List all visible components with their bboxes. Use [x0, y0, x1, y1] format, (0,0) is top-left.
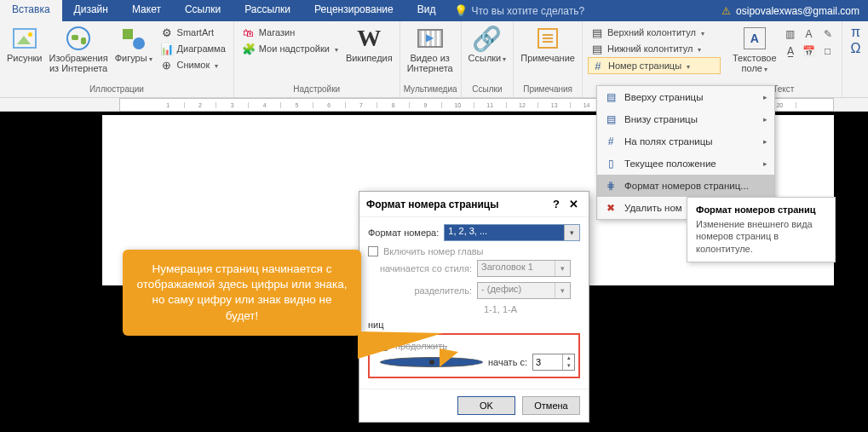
tooltip-body: Изменение внешнего вида номеров страниц …	[696, 218, 826, 255]
submenu-arrow-icon: ▸	[763, 137, 767, 146]
page-number-format-dialog: Формат номера страницы ? ✕ Формат номера…	[359, 191, 589, 423]
chevron-down-icon: ▾	[564, 225, 579, 240]
ok-button[interactable]: OK	[457, 396, 515, 415]
online-pictures-button[interactable]: Изображенияиз Интернета	[46, 23, 112, 75]
dropcap-button[interactable]: A̲	[782, 43, 799, 59]
group-label-media: Мультимедиа	[404, 84, 457, 95]
tell-me-search[interactable]: 💡 Что вы хотите сделать?	[447, 0, 591, 21]
submenu-arrow-icon: ▸	[763, 93, 767, 101]
links-button[interactable]: 🔗 Ссылки	[465, 23, 510, 66]
textbox-button[interactable]: A Текстовоеполе	[729, 23, 780, 76]
shapes-icon	[123, 27, 145, 49]
screenshot-icon: ⊕	[160, 58, 174, 72]
group-label-links: Ссылки	[465, 84, 510, 95]
group-comments: Примечание Примечания	[514, 21, 583, 97]
tooltip: Формат номеров страниц Изменение внешнег…	[687, 197, 836, 262]
page-number-button[interactable]: #Номер страницы	[588, 57, 721, 74]
pn-page-margins[interactable]: #На полях страницы▸	[597, 130, 774, 153]
video-icon	[417, 29, 443, 48]
tab-review[interactable]: Рецензирование	[302, 0, 405, 21]
store-icon: 🛍	[242, 26, 256, 39]
object-button[interactable]: □	[819, 43, 836, 59]
spin-down-icon[interactable]: ▾	[563, 362, 574, 370]
current-position-icon: ▯	[604, 157, 618, 170]
header-icon: ▤	[590, 26, 604, 39]
group-label-addins: Надстройки	[238, 84, 396, 95]
date-button[interactable]: 📅	[801, 43, 818, 59]
page-top-icon: ▤	[604, 90, 618, 104]
number-format-select[interactable]: 1, 2, 3, ...▾	[444, 224, 580, 241]
link-icon: 🔗	[474, 25, 501, 52]
header-button[interactable]: ▤Верхний колонтитул	[588, 25, 721, 40]
chart-icon: 📊	[160, 42, 174, 55]
cancel-button[interactable]: Отмена	[522, 396, 580, 415]
separator-label: разделитель:	[378, 285, 472, 296]
shapes-button[interactable]: Фигуры	[112, 23, 156, 66]
chart-button[interactable]: 📊Диаграмма	[158, 41, 228, 56]
tab-design[interactable]: Дизайн	[62, 0, 120, 21]
chapter-style-select: Заголовок 1▾	[477, 260, 571, 277]
quick-parts-button[interactable]: ▥	[782, 26, 799, 42]
start-at-input[interactable]	[533, 354, 562, 370]
tab-insert[interactable]: Вставка	[0, 0, 62, 21]
tab-mailings[interactable]: Рассылки	[233, 0, 302, 21]
tell-me-placeholder: Что вы хотите сделать?	[471, 5, 584, 17]
dialog-title: Формат номера страницы	[366, 199, 498, 210]
spin-up-icon[interactable]: ▴	[563, 354, 574, 362]
group-links: 🔗 Ссылки Ссылки	[462, 21, 514, 97]
page-bottom-icon: ▤	[604, 112, 618, 126]
page-number-icon: #	[591, 59, 605, 72]
comment-icon	[537, 28, 558, 49]
tab-view[interactable]: Вид	[405, 0, 448, 21]
submenu-arrow-icon: ▸	[763, 159, 767, 168]
myaddins-button[interactable]: 🧩Мои надстройки	[239, 41, 341, 56]
pn-format[interactable]: ⋕Формат номеров страниц...	[597, 175, 774, 197]
textbox-icon: A	[744, 27, 766, 49]
wikipedia-button[interactable]: W Википедия	[342, 23, 396, 65]
screenshot-button[interactable]: ⊕Снимок	[158, 57, 228, 72]
wordart-button[interactable]: A	[801, 26, 818, 42]
picture-icon	[13, 28, 37, 49]
smartart-icon: ⚙	[160, 26, 174, 39]
account-info[interactable]: ⚠ osipovalexwas@gmail.com	[713, 0, 868, 21]
warning-icon: ⚠	[721, 5, 731, 17]
tab-references[interactable]: Ссылки	[173, 0, 233, 21]
pn-current-position[interactable]: ▯Текущее положение▸	[597, 153, 774, 175]
store-button[interactable]: 🛍Магазин	[239, 25, 341, 40]
chevron-down-icon: ▾	[555, 283, 570, 298]
globe-icon	[66, 26, 90, 50]
callout-text: Нумерация страниц начинается с отображае…	[136, 262, 347, 322]
dialog-close-button[interactable]: ✕	[565, 198, 582, 210]
symbol-button[interactable]: Ω	[848, 41, 865, 56]
equation-button[interactable]: π	[848, 25, 865, 40]
start-at-spinner[interactable]: ▴▾	[532, 354, 575, 371]
footer-icon: ▤	[590, 42, 604, 55]
starts-with-style-label: начинается со стиля:	[378, 263, 472, 274]
signature-button[interactable]: ✎	[819, 26, 836, 42]
footer-button[interactable]: ▤Нижний колонтитул	[588, 41, 721, 56]
submenu-arrow-icon: ▸	[763, 115, 767, 124]
lightbulb-icon: 💡	[454, 4, 468, 17]
comment-button[interactable]: Примечание	[517, 23, 578, 65]
group-label-comments: Примечания	[517, 84, 578, 95]
annotation-callout: Нумерация страниц начинается с отображае…	[123, 250, 361, 336]
account-email: osipovalexwas@gmail.com	[736, 5, 859, 17]
pn-top-of-page[interactable]: ▤Вверху страницы▸	[597, 86, 774, 108]
remove-icon: ✖	[604, 201, 618, 215]
numbering-group-label: ниц	[368, 320, 580, 330]
separator-select: - (дефис)▾	[477, 282, 571, 299]
tab-layout[interactable]: Макет	[120, 0, 173, 21]
smartart-button[interactable]: ⚙SmartArt	[158, 25, 228, 40]
dialog-help-button[interactable]: ?	[548, 198, 565, 210]
include-chapter-checkbox[interactable]	[368, 246, 378, 256]
chevron-down-icon: ▾	[555, 261, 570, 276]
group-illustrations: Рисунки Изображенияиз Интернета Фигуры ⚙…	[0, 21, 234, 97]
group-label-illustrations: Иллюстрации	[3, 84, 230, 95]
ribbon-tabs: Вставка Дизайн Макет Ссылки Рассылки Рец…	[0, 0, 868, 21]
page-margins-icon: #	[604, 135, 618, 148]
pn-bottom-of-page[interactable]: ▤Внизу страницы▸	[597, 108, 774, 130]
online-video-button[interactable]: Видео изИнтернета	[404, 23, 457, 75]
group-media: Видео изИнтернета Мультимедиа	[400, 21, 462, 97]
format-icon: ⋕	[604, 179, 618, 193]
pictures-button[interactable]: Рисунки	[3, 23, 46, 65]
